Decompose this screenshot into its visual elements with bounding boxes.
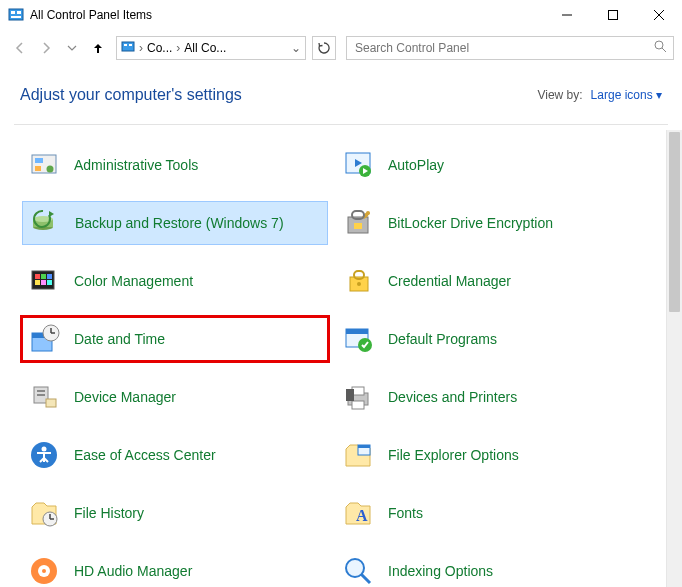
svg-rect-5 <box>609 11 618 20</box>
navbar: › Co... › All Co... ⌄ <box>0 30 682 66</box>
clock-icon <box>28 323 60 355</box>
svg-point-11 <box>655 41 663 49</box>
audio-icon <box>28 555 60 587</box>
viewby-dropdown[interactable]: Large icons ▾ <box>591 88 662 102</box>
svg-rect-34 <box>41 280 46 285</box>
back-button[interactable] <box>8 36 32 60</box>
cp-item-bitlocker[interactable]: BitLocker Drive Encryption <box>336 201 642 245</box>
svg-rect-14 <box>35 158 43 163</box>
svg-text:A: A <box>356 507 368 524</box>
svg-rect-3 <box>11 16 21 18</box>
svg-point-38 <box>357 282 361 286</box>
cp-item-file-history[interactable]: File History <box>22 491 328 535</box>
cp-item-label: Administrative Tools <box>74 157 198 173</box>
cp-item-device-mgr[interactable]: Device Manager <box>22 375 328 419</box>
cp-item-label: HD Audio Manager <box>74 563 192 579</box>
cp-item-indexing[interactable]: Indexing Options <box>336 549 642 587</box>
control-panel-icon <box>121 40 135 57</box>
titlebar: All Control Panel Items <box>0 0 682 30</box>
cp-item-default-prog[interactable]: Default Programs <box>336 317 642 361</box>
admin-tools-icon <box>28 149 60 181</box>
breadcrumb-part1[interactable]: Co... <box>147 41 172 55</box>
cp-item-label: BitLocker Drive Encryption <box>388 215 553 231</box>
svg-rect-49 <box>37 394 45 396</box>
minimize-button[interactable] <box>544 0 590 30</box>
svg-rect-1 <box>11 11 15 14</box>
address-bar[interactable]: › Co... › All Co... ⌄ <box>116 36 306 60</box>
cp-item-label: Fonts <box>388 505 423 521</box>
svg-point-65 <box>42 569 46 573</box>
recent-button[interactable] <box>60 36 84 60</box>
svg-rect-26 <box>354 223 362 229</box>
backup-icon <box>29 207 61 239</box>
credential-icon <box>342 265 374 297</box>
items-grid: Administrative ToolsAutoPlayBackup and R… <box>0 125 682 587</box>
svg-rect-30 <box>35 274 40 279</box>
svg-point-56 <box>42 447 47 452</box>
svg-rect-16 <box>35 166 41 171</box>
refresh-button[interactable] <box>312 36 336 60</box>
breadcrumb-part2[interactable]: All Co... <box>184 41 226 55</box>
svg-rect-9 <box>124 44 127 46</box>
cp-item-folder-opt[interactable]: File Explorer Options <box>336 433 642 477</box>
svg-line-12 <box>662 48 666 52</box>
svg-rect-10 <box>129 44 132 46</box>
svg-rect-53 <box>352 401 364 409</box>
cp-item-label: File Explorer Options <box>388 447 519 463</box>
svg-rect-54 <box>346 389 354 401</box>
cp-item-label: Default Programs <box>388 331 497 347</box>
svg-rect-0 <box>9 9 23 20</box>
search-icon[interactable] <box>654 40 667 56</box>
scrollbar-thumb[interactable] <box>669 132 680 312</box>
cp-item-label: AutoPlay <box>388 157 444 173</box>
svg-rect-45 <box>346 329 368 334</box>
control-panel-icon <box>8 7 24 23</box>
up-button[interactable] <box>86 36 110 60</box>
search-input[interactable] <box>353 40 654 56</box>
svg-point-15 <box>47 166 54 173</box>
default-prog-icon <box>342 323 374 355</box>
cp-item-printers[interactable]: Devices and Printers <box>336 375 642 419</box>
svg-point-27 <box>366 211 370 215</box>
cp-item-fonts[interactable]: AFonts <box>336 491 642 535</box>
cp-item-label: Device Manager <box>74 389 176 405</box>
cp-item-label: Color Management <box>74 273 193 289</box>
page-heading: Adjust your computer's settings <box>20 86 242 104</box>
cp-item-label: File History <box>74 505 144 521</box>
cp-item-audio[interactable]: HD Audio Manager <box>22 549 328 587</box>
cp-item-label: Credential Manager <box>388 273 511 289</box>
svg-line-67 <box>361 574 370 583</box>
cp-item-label: Ease of Access Center <box>74 447 216 463</box>
cp-item-ease[interactable]: Ease of Access Center <box>22 433 328 477</box>
bitlocker-icon <box>342 207 374 239</box>
cp-item-label: Devices and Printers <box>388 389 517 405</box>
scrollbar[interactable] <box>666 130 682 587</box>
viewby-label: View by: <box>537 88 582 102</box>
cp-item-label: Date and Time <box>74 331 165 347</box>
cp-item-clock[interactable]: Date and Time <box>22 317 328 361</box>
svg-rect-31 <box>41 274 46 279</box>
chevron-down-icon[interactable]: ⌄ <box>291 41 301 55</box>
printers-icon <box>342 381 374 413</box>
svg-rect-32 <box>47 274 52 279</box>
forward-button[interactable] <box>34 36 58 60</box>
cp-item-admin-tools[interactable]: Administrative Tools <box>22 143 328 187</box>
cp-item-label: Backup and Restore (Windows 7) <box>75 215 284 231</box>
close-button[interactable] <box>636 0 682 30</box>
ease-icon <box>28 439 60 471</box>
cp-item-color[interactable]: Color Management <box>22 259 328 303</box>
chevron-right-icon: › <box>176 41 180 55</box>
svg-rect-48 <box>37 390 45 392</box>
chevron-down-icon: ▾ <box>656 88 662 102</box>
maximize-button[interactable] <box>590 0 636 30</box>
search-box[interactable] <box>346 36 674 60</box>
svg-rect-50 <box>46 399 56 407</box>
cp-item-backup[interactable]: Backup and Restore (Windows 7) <box>22 201 328 245</box>
fonts-icon: A <box>342 497 374 529</box>
folder-opt-icon <box>342 439 374 471</box>
file-history-icon <box>28 497 60 529</box>
cp-item-autoplay[interactable]: AutoPlay <box>336 143 642 187</box>
cp-item-credential[interactable]: Credential Manager <box>336 259 642 303</box>
chevron-right-icon: › <box>139 41 143 55</box>
autoplay-icon <box>342 149 374 181</box>
